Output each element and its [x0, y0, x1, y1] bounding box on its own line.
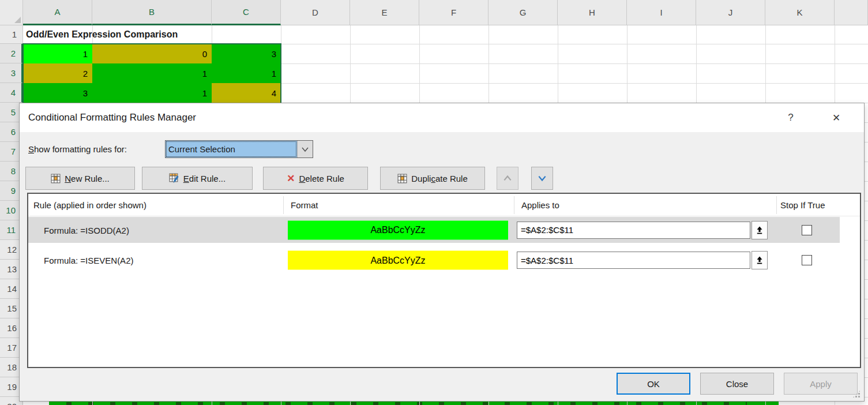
- new-rule-grid-icon: [51, 174, 61, 183]
- row20-text-tops: [66, 402, 747, 405]
- row-header-1[interactable]: 1: [0, 25, 23, 44]
- cell-B4[interactable]: 1: [92, 83, 212, 103]
- move-rule-down-button[interactable]: [531, 167, 553, 190]
- show-formatting-rules-label: Show formatting rules for:: [28, 140, 127, 158]
- dialog-title: Conditional Formatting Rules Manager: [28, 103, 196, 132]
- rule-formula-text: Formula: =ISEVEN(A2): [44, 256, 133, 265]
- format-preview-swatch: AaBbCcYyZz: [288, 251, 508, 270]
- col-rule-header: Rule (applied in order shown): [33, 194, 146, 216]
- column-header-A[interactable]: A: [23, 0, 92, 25]
- chevron-down-icon: [537, 174, 547, 182]
- help-icon[interactable]: ?: [782, 103, 799, 132]
- cell-C4[interactable]: 4: [212, 83, 281, 103]
- column-header-K[interactable]: K: [765, 0, 835, 25]
- close-icon[interactable]: ✕: [828, 103, 845, 132]
- stop-if-true-checkbox[interactable]: [802, 255, 812, 265]
- column-header-J[interactable]: J: [696, 0, 765, 25]
- dropdown-button[interactable]: [297, 141, 313, 158]
- app-window: ABCDEFGHIJK 1234567891011121314151617181…: [0, 0, 868, 405]
- move-rule-up-button[interactable]: [497, 167, 518, 190]
- edit-rule-button[interactable]: Edit Rule...: [142, 167, 253, 190]
- rule-row[interactable]: Formula: =ISEVEN(A2)AaBbCcYyZz: [28, 245, 860, 276]
- column-header-D[interactable]: D: [281, 0, 350, 25]
- cell-A4[interactable]: 3: [23, 83, 92, 103]
- cell-a1-title[interactable]: Odd/Even Expression Comparison: [26, 25, 178, 44]
- column-header-F[interactable]: F: [419, 0, 489, 25]
- edit-rule-label: Edit Rule...: [183, 174, 226, 183]
- column-header-H[interactable]: H: [558, 0, 627, 25]
- new-rule-button[interactable]: New Rule...: [25, 167, 135, 190]
- stop-if-true-checkbox[interactable]: [802, 225, 812, 235]
- applies-to-input[interactable]: [517, 252, 750, 269]
- row-header-2[interactable]: 2: [0, 44, 23, 63]
- dropdown-selected-value: Current Selection: [166, 141, 297, 158]
- collapse-dialog-icon: [756, 226, 764, 235]
- ok-button[interactable]: OK: [617, 373, 690, 395]
- rule-row[interactable]: Formula: =ISODD(A2)AaBbCcYyZz: [28, 217, 860, 243]
- delete-x-icon: ✕: [287, 172, 295, 185]
- collapse-dialog-icon: [756, 256, 764, 265]
- cell-A3[interactable]: 2: [23, 63, 92, 83]
- column-header-B[interactable]: B: [92, 0, 212, 25]
- chevron-up-icon: [502, 174, 513, 182]
- select-all-triangle-icon: [14, 17, 21, 23]
- cell-C3[interactable]: 1: [212, 63, 281, 83]
- apply-button: Apply: [784, 373, 858, 395]
- select-all-corner[interactable]: [0, 0, 23, 25]
- rule-formula-text: Formula: =ISODD(A2): [44, 225, 129, 235]
- row-header-3[interactable]: 3: [0, 63, 23, 83]
- format-preview-swatch: AaBbCcYyZz: [288, 220, 508, 239]
- column-header-G[interactable]: G: [489, 0, 558, 25]
- header-separator: [283, 196, 284, 214]
- col-applies-header: Applies to: [521, 194, 559, 216]
- header-separator: [776, 196, 777, 214]
- chevron-down-icon: [301, 146, 309, 153]
- col-format-header: Format: [291, 194, 318, 216]
- edit-rule-grid-pencil-icon: [169, 173, 179, 183]
- delete-rule-label: Delete Rule: [299, 174, 344, 183]
- duplicate-rule-grid-icon: [397, 174, 407, 183]
- column-header-partial[interactable]: [835, 0, 868, 25]
- range-picker-button[interactable]: [751, 251, 768, 269]
- cell-A2[interactable]: 1: [23, 44, 92, 63]
- duplicate-rule-button[interactable]: Duplicate Rule: [380, 167, 485, 190]
- cell-C2[interactable]: 3: [212, 44, 281, 63]
- cell-B2[interactable]: 0: [92, 44, 212, 63]
- row-header-4[interactable]: 4: [0, 83, 23, 103]
- column-header-I[interactable]: I: [627, 0, 696, 25]
- new-rule-label: New Rule...: [65, 174, 110, 183]
- rules-list: Rule (applied in order shown) Format App…: [27, 193, 861, 368]
- applies-to-input[interactable]: [517, 222, 750, 239]
- col-stop-header: Stop If True: [780, 194, 825, 216]
- close-button[interactable]: Close: [700, 373, 774, 395]
- cell-B3[interactable]: 1: [92, 63, 212, 83]
- range-picker-button[interactable]: [751, 221, 768, 239]
- rules-list-header: Rule (applied in order shown) Format App…: [28, 194, 860, 216]
- conditional-formatting-rules-manager-dialog: Conditional Formatting Rules Manager ? ✕…: [19, 103, 865, 402]
- column-header-E[interactable]: E: [350, 0, 419, 25]
- header-separator: [514, 196, 514, 214]
- duplicate-rule-label: Duplicate Rule: [411, 174, 468, 183]
- delete-rule-button[interactable]: ✕ Delete Rule: [263, 167, 368, 190]
- column-header-C[interactable]: C: [212, 0, 281, 25]
- show-rules-for-dropdown[interactable]: Current Selection: [165, 140, 313, 158]
